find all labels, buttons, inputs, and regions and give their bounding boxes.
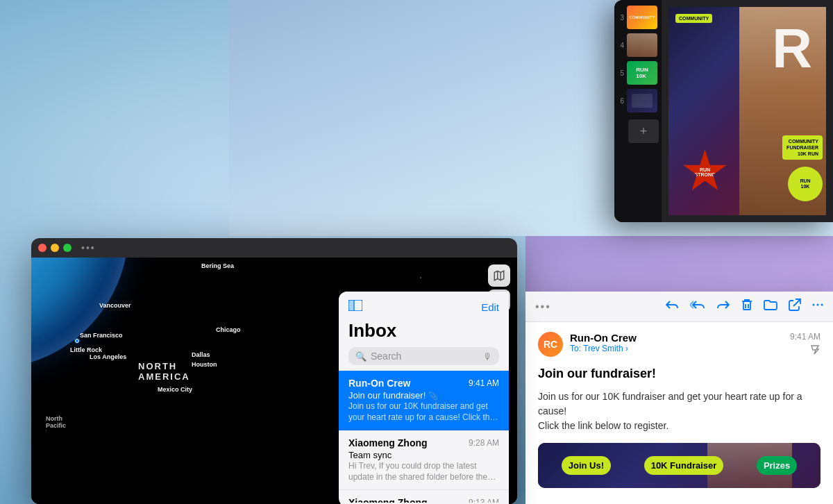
thumb-num-6: 6 (619, 97, 624, 105)
thumb-img-4 (627, 33, 657, 57)
mail-sender-2: Xiaomeng Zhong (348, 497, 428, 503)
mail-search-bar[interactable]: 🔍 Search 🎙 (348, 347, 499, 365)
email-sender-avatar: RC (538, 332, 563, 357)
mail-time-2: 9:13 AM (469, 498, 499, 503)
maps-more-dots: ••• (81, 242, 96, 253)
banner-tag-join: Join Us! (562, 456, 611, 475)
mail-item-0[interactable]: Run-On Crew 9:41 AM Join our fundraiser!… (339, 371, 509, 430)
design-canvas: R COMMUNITY COMMUNITYFUNDRAISER10K RUN R… (662, 0, 833, 222)
mail-item-header-1: Xiaomeng Zhong 9:28 AM (348, 437, 499, 448)
trash-button[interactable] (741, 299, 752, 314)
mail-time-0: 9:41 AM (469, 378, 499, 388)
maps-titlebar: ••• (31, 238, 517, 258)
svg-line-9 (793, 299, 800, 306)
poster-r-letter: R (772, 21, 812, 76)
email-more-dots: ••• (535, 301, 551, 313)
mail-item-header-0: Run-On Crew 9:41 AM (348, 378, 499, 389)
design-add-button[interactable]: + (628, 119, 659, 143)
reply-button[interactable] (665, 299, 679, 314)
design-thumb-4[interactable] (627, 33, 657, 57)
email-detail-panel: ••• (525, 292, 833, 504)
mail-item-1[interactable]: Xiaomeng Zhong 9:28 AM Team sync Hi Trev… (339, 430, 509, 490)
thumb-num-4: 4 (619, 42, 624, 49)
poster-preview: R COMMUNITY COMMUNITYFUNDRAISER10K RUN R… (668, 7, 826, 215)
svg-rect-3 (348, 300, 353, 311)
svg-point-12 (821, 304, 823, 306)
traffic-light-close[interactable] (38, 244, 47, 252)
svg-point-11 (817, 304, 819, 306)
more-actions-button[interactable] (812, 299, 823, 314)
banner-tag-prizes: Prizes (757, 456, 797, 475)
svg-rect-6 (743, 301, 750, 310)
globe (31, 258, 128, 369)
mail-header: Edit Inbox 🔍 Search 🎙 (339, 292, 509, 371)
email-time-area: 9:41 AM (790, 332, 821, 355)
email-content: RC Run-On Crew To: Trev Smith › 9:41 AM … (525, 322, 833, 504)
thumb-num-3: 3 (619, 14, 624, 22)
poster-community-tag: COMMUNITY (675, 14, 712, 23)
mail-inbox-title: Inbox (348, 320, 499, 342)
traffic-light-minimize[interactable] (51, 244, 59, 252)
design-thumb-3[interactable]: COMMUNITY (627, 6, 657, 29)
folder-button[interactable] (764, 299, 777, 314)
design-thumb-row-3: 3 COMMUNITY (619, 6, 657, 29)
external-link-button[interactable] (789, 299, 801, 314)
email-body: Join us for our 10K fundraiser and get y… (538, 389, 821, 433)
mail-subject-1: Team sync (348, 450, 499, 460)
attachment-icon-0: 📎 (428, 392, 438, 401)
mail-subject-0: Join our fundraiser! (348, 390, 426, 401)
mail-preview-1: Hi Trev, If you could drop the latest up… (348, 461, 499, 482)
traffic-light-fullscreen[interactable] (63, 244, 71, 252)
design-thumb-row-5: 5 RUN10K (619, 61, 657, 85)
email-body-text-1: Join us for our 10K fundraiser and get y… (538, 391, 802, 417)
mail-search-input[interactable]: Search (371, 351, 479, 362)
mail-time-1: 9:28 AM (469, 438, 499, 448)
banner-tag-10k: 10K Fundraiser (644, 456, 724, 475)
thumb-img-5: RUN10K (627, 61, 657, 85)
email-to-line: To: Trev Smith › (570, 344, 637, 353)
reply-all-button[interactable] (690, 299, 705, 314)
to-name: Trev Smith › (583, 344, 628, 353)
mail-panel: Edit Inbox 🔍 Search 🎙 Run-On Crew 9:41 A… (339, 292, 509, 504)
thumb-num-5: 5 (619, 69, 624, 77)
to-name-link[interactable]: Trev Smith (583, 344, 623, 353)
email-sender-info: Run-On Crew To: Trev Smith › (570, 332, 637, 353)
svg-point-10 (813, 304, 815, 306)
email-body-text-2: Click the link below to register. (538, 420, 668, 431)
design-thumb-row-6: 6 (619, 89, 657, 112)
email-toolbar-actions (665, 299, 823, 314)
email-flag-icon (809, 344, 821, 355)
email-banner-image: Join Us! 10K Fundraiser Prizes (538, 443, 821, 488)
email-sender-name: Run-On Crew (570, 332, 637, 344)
email-time: 9:41 AM (790, 332, 821, 342)
email-subject-heading: Join our fundraiser! (538, 367, 821, 381)
email-meta-left: RC Run-On Crew To: Trev Smith › (538, 332, 637, 357)
avatar-initials: RC (544, 339, 557, 350)
design-thumb-row-4: 4 (619, 33, 657, 57)
mail-edit-button[interactable]: Edit (481, 301, 499, 313)
thumb-img-6 (627, 89, 657, 112)
mail-list: Run-On Crew 9:41 AM Join our fundraiser!… (339, 371, 509, 503)
design-app-window: 3 COMMUNITY 4 5 RUN10K 6 (614, 0, 833, 222)
to-label: To: (570, 344, 581, 353)
forward-button[interactable] (716, 299, 730, 314)
poster-10k-circle: RUN10K (788, 167, 823, 201)
mail-preview-0: Join us for our 10K fundraiser and get y… (348, 401, 499, 423)
design-sidebar: 3 COMMUNITY 4 5 RUN10K 6 (614, 0, 662, 222)
mail-sender-0: Run-On Crew (348, 378, 410, 389)
mail-subject-row-0: Join our fundraiser! 📎 (348, 390, 499, 401)
design-thumb-5[interactable]: RUN10K (627, 61, 657, 85)
design-canvas-content: R COMMUNITY COMMUNITYFUNDRAISER10K RUN R… (662, 0, 833, 222)
search-icon: 🔍 (355, 351, 367, 362)
email-meta: RC Run-On Crew To: Trev Smith › 9:41 AM (538, 332, 821, 357)
mail-sidebar-toggle[interactable] (348, 300, 362, 314)
mail-header-top: Edit (348, 300, 499, 314)
map-type-button[interactable] (488, 264, 510, 287)
mic-icon: 🎙 (483, 351, 492, 362)
mail-item-2[interactable]: Xiaomeng Zhong 9:13 AM Friday meeting (339, 490, 509, 503)
email-toolbar: ••• (525, 292, 833, 322)
design-thumb-6[interactable] (627, 89, 657, 112)
mail-sender-1: Xiaomeng Zhong (348, 437, 428, 448)
poster-fundraiser-tag: COMMUNITYFUNDRAISER10K RUN (782, 135, 823, 160)
thumb-img-3: COMMUNITY (627, 6, 657, 29)
